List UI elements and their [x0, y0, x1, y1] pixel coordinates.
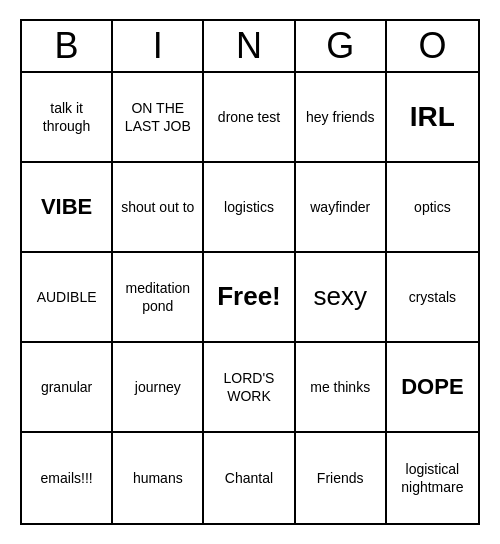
bingo-grid: talk it throughON THE LAST JOBdrone test… — [22, 73, 478, 523]
bingo-cell-5[interactable]: VIBE — [22, 163, 113, 253]
bingo-cell-13[interactable]: sexy — [296, 253, 387, 343]
bingo-cell-7[interactable]: logistics — [204, 163, 295, 253]
bingo-cell-21[interactable]: humans — [113, 433, 204, 523]
bingo-cell-19[interactable]: DOPE — [387, 343, 478, 433]
header-letter-g: G — [296, 21, 387, 71]
bingo-cell-14[interactable]: crystals — [387, 253, 478, 343]
bingo-cell-24[interactable]: logistical nightmare — [387, 433, 478, 523]
header-letter-b: B — [22, 21, 113, 71]
header-letter-n: N — [204, 21, 295, 71]
bingo-cell-8[interactable]: wayfinder — [296, 163, 387, 253]
bingo-cell-22[interactable]: Chantal — [204, 433, 295, 523]
bingo-cell-15[interactable]: granular — [22, 343, 113, 433]
bingo-cell-1[interactable]: ON THE LAST JOB — [113, 73, 204, 163]
bingo-cell-9[interactable]: optics — [387, 163, 478, 253]
bingo-header: BINGO — [22, 21, 478, 73]
bingo-cell-17[interactable]: LORD'S WORK — [204, 343, 295, 433]
bingo-cell-0[interactable]: talk it through — [22, 73, 113, 163]
bingo-cell-3[interactable]: hey friends — [296, 73, 387, 163]
bingo-cell-23[interactable]: Friends — [296, 433, 387, 523]
bingo-cell-4[interactable]: IRL — [387, 73, 478, 163]
bingo-cell-6[interactable]: shout out to — [113, 163, 204, 253]
bingo-cell-10[interactable]: AUDIBLE — [22, 253, 113, 343]
bingo-cell-16[interactable]: journey — [113, 343, 204, 433]
bingo-cell-2[interactable]: drone test — [204, 73, 295, 163]
bingo-cell-20[interactable]: emails!!! — [22, 433, 113, 523]
header-letter-o: O — [387, 21, 478, 71]
bingo-cell-18[interactable]: me thinks — [296, 343, 387, 433]
bingo-card: BINGO talk it throughON THE LAST JOBdron… — [20, 19, 480, 525]
bingo-cell-11[interactable]: meditation pond — [113, 253, 204, 343]
bingo-cell-12[interactable]: Free! — [204, 253, 295, 343]
header-letter-i: I — [113, 21, 204, 71]
